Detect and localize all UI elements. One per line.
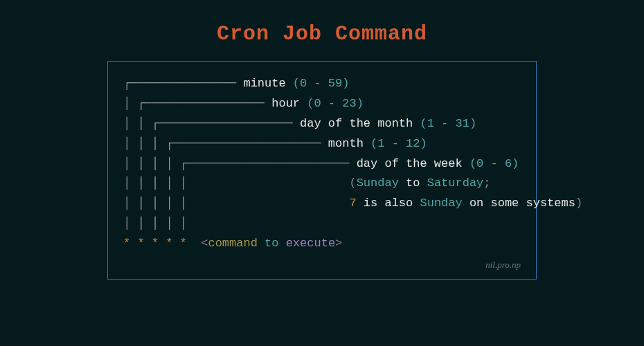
line-dow: │ │ │ │ ┌─────────────────────── day of …: [123, 154, 521, 174]
line-minute: ┌─────────────── minute (0 - 59): [123, 74, 521, 94]
line-month: │ │ │ ┌───────────────────── month (1 - …: [123, 134, 521, 154]
cmd-word-execute: execute: [286, 237, 335, 250]
field-hour-label: hour: [271, 97, 300, 110]
field-month-range: (1 - 12): [370, 137, 427, 150]
field-dom-label: day of the month: [300, 117, 413, 130]
line-pipes: │ │ │ │ │: [123, 214, 521, 234]
field-minute-label: minute: [243, 77, 285, 90]
field-month-label: month: [328, 137, 364, 150]
note-seven: 7: [349, 197, 356, 210]
credit-text: nil.pro.np: [123, 254, 521, 271]
note-sunday2: Sunday: [420, 197, 462, 210]
field-dom-range: (1 - 31): [420, 117, 476, 130]
line-hour: │ ┌───────────────── hour (0 - 23): [123, 94, 521, 114]
line-expression: * * * * * <command to execute>: [123, 234, 521, 254]
cron-diagram-panel: ┌─────────────── minute (0 - 59) │ ┌────…: [107, 61, 537, 280]
note-saturday: Saturday: [427, 176, 484, 190]
note-sunday: Sunday: [357, 176, 399, 190]
line-dom: │ │ ┌─────────────────── day of the mont…: [123, 114, 521, 134]
cmd-word-command: command: [208, 237, 257, 250]
field-dow-range: (0 - 6): [469, 157, 519, 170]
page-title: Cron Job Command: [0, 0, 644, 61]
cron-stars: * * * * *: [123, 237, 187, 250]
line-note2: │ │ │ │ │ 7 is also Sunday on some syste…: [123, 194, 521, 214]
field-dow-label: day of the week: [357, 157, 463, 170]
line-note1: │ │ │ │ │ (Sunday to Saturday;: [123, 174, 521, 194]
field-hour-range: (0 - 23): [307, 97, 364, 110]
field-minute-range: (0 - 59): [293, 77, 350, 90]
